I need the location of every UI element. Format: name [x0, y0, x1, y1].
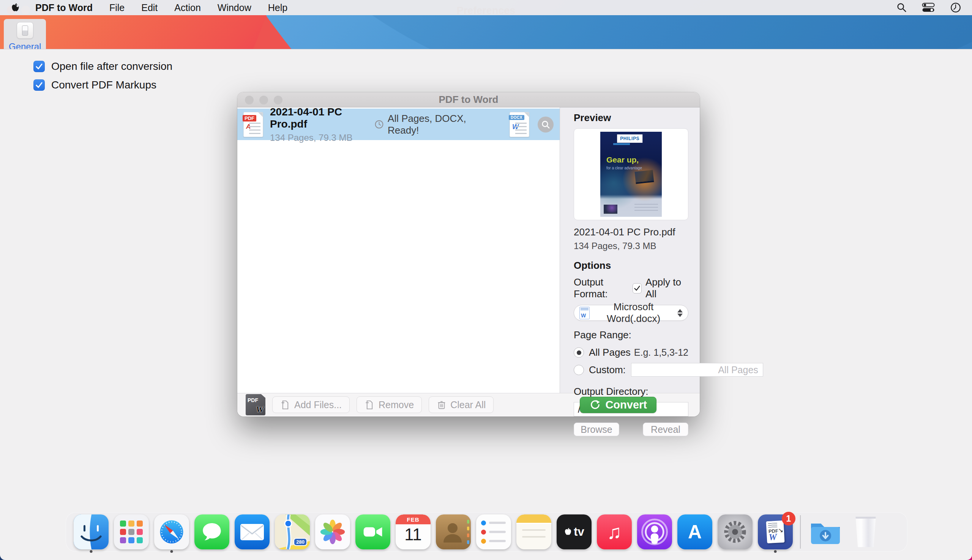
dock-item-podcasts[interactable]: [637, 515, 672, 549]
main-titlebar[interactable]: PDF to Word: [237, 92, 700, 107]
add-files-label: Add Files...: [294, 399, 342, 410]
dock-item-photos[interactable]: [315, 515, 350, 549]
custom-range-radio[interactable]: [574, 365, 584, 375]
calendar-icon: FEB 11: [396, 515, 430, 549]
downloads-folder-icon: [808, 515, 843, 549]
music-note-glyph: ♫: [607, 520, 622, 543]
word-doc-icon: W: [579, 307, 590, 319]
docx-badge: DOCX: [509, 115, 524, 120]
menu-file[interactable]: File: [109, 2, 125, 13]
file-row[interactable]: PDF A 2021-04-01 PC Pro.pdf 134 Pages, 7…: [237, 108, 560, 140]
dock-item-calendar[interactable]: FEB 11: [396, 515, 430, 549]
preview-file-name: 2021-04-01 PC Pro.pdf: [574, 226, 689, 238]
music-icon: ♫: [597, 515, 632, 549]
dock-item-trash[interactable]: [848, 515, 883, 549]
word-letter: W: [581, 312, 586, 318]
dock-item-apple-tv[interactable]: tv: [557, 515, 592, 549]
all-pages-radio[interactable]: [574, 347, 584, 358]
pdf-cover-thumbnail[interactable]: PHILIPS Gear up, for a clear advantage: [600, 132, 662, 217]
dock-item-finder[interactable]: [73, 515, 108, 549]
bottom-toolbar: PDF W Add Files... Remove Clear All Conv…: [237, 393, 700, 416]
open-after-conversion-row[interactable]: Open file after conversion: [33, 60, 972, 73]
menu-help[interactable]: Help: [268, 2, 287, 13]
preferences-window: Preferences General Open file after conv…: [0, 0, 248, 109]
dock-item-mail[interactable]: [235, 515, 270, 549]
minimize-button[interactable]: [259, 96, 268, 104]
finder-icon: [73, 515, 108, 549]
convert-pdf-markups-row[interactable]: Convert PDF Markups: [33, 79, 972, 91]
menu-window[interactable]: Window: [218, 2, 251, 13]
apply-to-all-label: Apply to All: [645, 277, 689, 300]
dock-item-maps[interactable]: 280: [275, 515, 310, 549]
open-after-conversion-checkbox[interactable]: [33, 61, 45, 72]
traffic-lights: [245, 96, 282, 104]
browse-button[interactable]: Browse: [574, 423, 619, 436]
thumb-subheadline: for a clear advantage: [606, 166, 642, 170]
dock-divider: [800, 515, 801, 548]
clock-icon[interactable]: [950, 2, 961, 13]
logo-w-text: W: [256, 404, 264, 415]
range-example-hint: E.g. 1,5,3-12: [634, 347, 689, 358]
menu-edit[interactable]: Edit: [141, 2, 158, 13]
dock-item-launchpad[interactable]: [114, 515, 149, 549]
output-directory-label: Output Directory:: [574, 386, 689, 398]
add-files-button[interactable]: Add Files...: [272, 397, 350, 413]
pdf-to-word-window: PDF to Word PDF A 2021-04-01 PC Pro.pdf …: [237, 92, 700, 417]
apple-menu[interactable]: [11, 3, 20, 13]
reveal-button[interactable]: Reveal: [643, 423, 689, 436]
menu-app-name[interactable]: PDF to Word: [35, 2, 93, 13]
search-icon[interactable]: [896, 2, 907, 13]
dock-item-music[interactable]: ♫: [597, 515, 632, 549]
convert-label: Convert: [605, 398, 647, 411]
messages-icon: [194, 515, 229, 549]
open-after-conversion-label: Open file after conversion: [51, 60, 172, 73]
dock-item-notes[interactable]: [516, 515, 551, 549]
convert-button[interactable]: Convert: [580, 397, 657, 413]
dock-item-system-preferences[interactable]: [718, 515, 752, 549]
dock: 280 FEB 11: [66, 512, 907, 552]
reminders-icon: [476, 515, 511, 549]
zoom-button[interactable]: [274, 96, 282, 104]
dock-item-facetime[interactable]: [355, 515, 390, 549]
custom-range-input[interactable]: [631, 363, 763, 377]
remove-button[interactable]: Remove: [357, 397, 422, 413]
dock-item-reminders[interactable]: [476, 515, 511, 549]
format-selected-value: Microsoft Word(.docx): [590, 301, 677, 325]
clear-all-button[interactable]: Clear All: [428, 397, 494, 413]
dock-item-pdf-to-word[interactable]: 1 PDF ↘ W: [758, 515, 793, 549]
apply-to-all-box[interactable]: [633, 283, 642, 293]
maps-icon: 280: [275, 515, 310, 549]
pdf-badge: PDF: [243, 115, 256, 122]
photos-icon: [315, 515, 350, 549]
file-list: PDF A 2021-04-01 PC Pro.pdf 134 Pages, 7…: [237, 107, 560, 393]
convert-pdf-markups-label: Convert PDF Markups: [51, 79, 157, 91]
menu-action[interactable]: Action: [174, 2, 200, 13]
preview-heading: Preview: [574, 112, 689, 124]
app-store-letter: A: [688, 521, 702, 543]
apply-to-all-checkbox[interactable]: Apply to All: [633, 277, 689, 300]
dock-word-letter: W: [769, 532, 777, 543]
app-store-icon: A: [677, 515, 712, 549]
add-file-icon: [280, 400, 290, 410]
chevron-up-down-icon: [677, 309, 683, 317]
file-texts: 2021-04-01 PC Pro.pdf 134 Pages, 79.3 MB: [270, 106, 374, 143]
dock-item-downloads[interactable]: [808, 515, 843, 549]
close-button[interactable]: [245, 96, 253, 104]
thumb-brand: PHILIPS: [617, 134, 642, 143]
preview-magnifier-button[interactable]: [538, 117, 554, 133]
dock-item-safari[interactable]: [154, 515, 189, 549]
control-center-icon[interactable]: [922, 2, 935, 13]
check-icon: [35, 62, 43, 71]
trash-icon: [437, 400, 447, 410]
file-name: 2021-04-01 PC Pro.pdf: [270, 106, 374, 130]
light-switch-icon: [17, 22, 33, 39]
status-clock-icon: [374, 119, 384, 130]
convert-pdf-markups-checkbox[interactable]: [33, 79, 45, 91]
dock-item-messages[interactable]: [194, 515, 229, 549]
dock-item-app-store[interactable]: A: [677, 515, 712, 549]
mail-icon: [235, 515, 270, 549]
dock-item-contacts[interactable]: [436, 515, 471, 549]
convert-refresh-icon: [589, 399, 601, 410]
convert-arrow: ↘: [778, 527, 783, 534]
output-format-select[interactable]: W Microsoft Word(.docx): [574, 305, 689, 321]
